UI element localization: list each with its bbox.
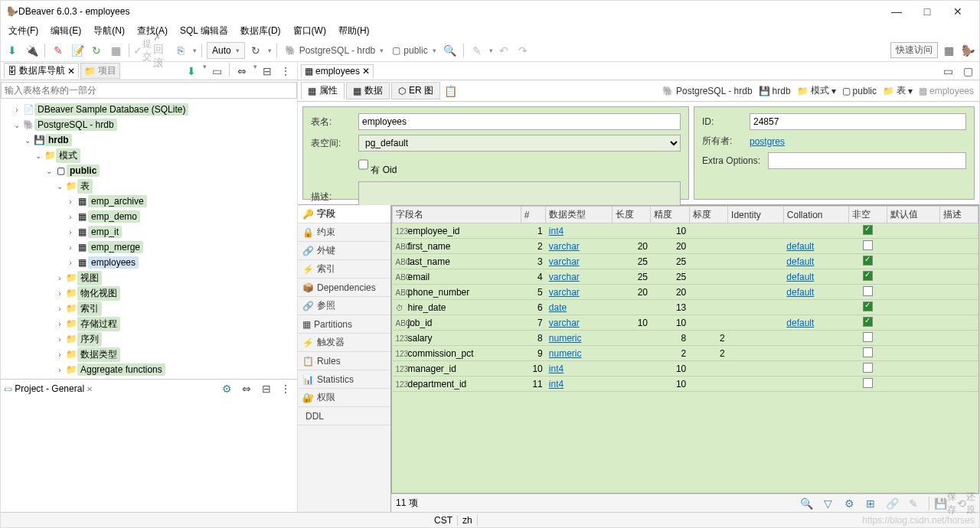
tree-node[interactable]: ›📁索引 xyxy=(1,301,297,316)
col-header[interactable]: 描述 xyxy=(939,207,978,223)
new-conn2-icon[interactable]: 🔌 xyxy=(23,42,40,59)
txn-icon[interactable]: ⎘ xyxy=(172,42,189,59)
table-row[interactable]: 123employee_id1int410 xyxy=(393,223,978,239)
input-extra[interactable] xyxy=(768,152,966,169)
proj-menu-icon[interactable]: ⋮ xyxy=(277,380,294,397)
menu-item[interactable]: 窗口(W) xyxy=(289,23,331,39)
col-header[interactable]: 非空 xyxy=(848,207,887,223)
nav-item[interactable]: 🔗参照 xyxy=(298,297,390,315)
col-header[interactable]: 标度 xyxy=(689,207,727,223)
nav-item[interactable]: ▦Partitions xyxy=(298,315,390,334)
tree-node[interactable]: ›📁视图 xyxy=(1,270,297,285)
col-header[interactable]: 默认值 xyxy=(887,207,940,223)
crumb-schema[interactable]: 📁 模式 ▾ xyxy=(795,84,838,97)
menu-item[interactable]: 帮助(H) xyxy=(334,23,374,39)
crumb-tables[interactable]: 📁 表 ▾ xyxy=(880,84,915,97)
nav-item[interactable]: 📋Rules xyxy=(298,352,390,370)
columns-table[interactable]: 字段名#数据类型长度精度标度IdentityCollation非空默认值描述 1… xyxy=(392,206,978,392)
conn-crumb[interactable]: 🐘PostgreSQL - hrdb▾ xyxy=(282,45,387,56)
script-icon[interactable]: ▦ xyxy=(107,42,124,59)
table-row[interactable]: ABClast_name3varchar2525default xyxy=(393,254,978,269)
nav-item[interactable]: DDL xyxy=(298,407,390,425)
table-row[interactable]: ABCphone_number5varchar2020default xyxy=(393,285,978,300)
search-icon[interactable]: 🔍 xyxy=(798,495,815,512)
tree-node[interactable]: ›📁数据类型 xyxy=(1,347,297,362)
nav-item[interactable]: 📦Dependencies xyxy=(298,279,390,297)
menu-item[interactable]: SQL 编辑器 xyxy=(175,23,233,39)
link-icon[interactable]: ⇔ xyxy=(234,63,250,80)
col-header[interactable]: Identity xyxy=(728,207,784,223)
filter-icon[interactable]: ▽ xyxy=(819,495,836,512)
crumb-public[interactable]: ▢ public xyxy=(840,86,879,96)
db-tree[interactable]: ›📄DBeaver Sample Database (SQLite)⌄🐘Post… xyxy=(1,100,297,379)
grid-icon[interactable]: ⊞ xyxy=(862,495,879,512)
tree-node[interactable]: ›▦emp_merge xyxy=(1,240,297,255)
menu-item[interactable]: 数据库(D) xyxy=(236,23,286,39)
col-header[interactable]: 精度 xyxy=(651,207,689,223)
table-row[interactable]: 123commission_pct9numeric22 xyxy=(393,346,978,361)
settings-icon[interactable]: ⚙ xyxy=(841,495,858,512)
recent-icon[interactable]: ↻ xyxy=(88,42,105,59)
nav-item[interactable]: 🔗外键 xyxy=(298,242,390,260)
subtab-properties[interactable]: ▦ 属性 xyxy=(301,82,345,99)
tab-db-navigator[interactable]: 🗄 数据库导航 ✕ xyxy=(4,63,79,79)
dbeaver-perspective-icon[interactable]: 🦫 xyxy=(959,42,976,59)
close-button[interactable]: ✕ xyxy=(942,5,973,18)
col-header[interactable]: 数据类型 xyxy=(546,207,612,223)
subtab-er[interactable]: ⬡ ER 图 xyxy=(391,82,440,99)
tree-node[interactable]: ⌄🐘PostgreSQL - hrdb xyxy=(1,117,297,132)
tree-node[interactable]: ›📄DBeaver Sample Database (SQLite) xyxy=(1,102,297,117)
tree-node[interactable]: ›📁物化视图 xyxy=(1,285,297,301)
table-row[interactable]: ABCemail4varchar2525default xyxy=(393,269,978,285)
project-panel-header[interactable]: ▭ Project - General ✕ ⚙ ⇔ ⊟ ⋮ xyxy=(1,379,297,397)
proj-collapse-icon[interactable]: ⊟ xyxy=(258,380,275,397)
tree-node[interactable]: ›📁序列 xyxy=(1,331,297,347)
db-crumb[interactable]: ▢ public▾ xyxy=(389,45,439,56)
table-row[interactable]: 123department_id11int410 xyxy=(393,376,978,392)
table-row[interactable]: ABCfirst_name2varchar2020default xyxy=(393,239,978,254)
rollback-icon[interactable]: ✗ 回滚 xyxy=(153,42,170,59)
link-col-icon[interactable]: 🔗 xyxy=(884,495,900,512)
crumb-db[interactable]: 💾 hrdb xyxy=(756,86,793,96)
sql-icon[interactable]: ✎ xyxy=(50,42,67,59)
autocommit-select[interactable]: Auto▾ xyxy=(207,42,245,59)
col-header[interactable]: Collation xyxy=(783,207,848,223)
proj-link-icon[interactable]: ⇔ xyxy=(238,380,255,397)
redo-icon[interactable]: ↷ xyxy=(514,42,531,59)
col-header[interactable]: 字段名 xyxy=(393,207,521,223)
refresh-icon[interactable]: ↻ xyxy=(247,42,264,59)
table-row[interactable]: ABCjob_id7varchar1010default xyxy=(393,315,978,331)
ed-min-icon[interactable]: ▭ xyxy=(939,63,956,80)
input-table-name[interactable] xyxy=(358,113,681,130)
ed-max-icon[interactable]: ▢ xyxy=(959,63,976,80)
subtab-more-icon[interactable]: 📋 xyxy=(442,83,459,99)
collapse-icon[interactable]: ⊟ xyxy=(259,63,276,80)
col-header[interactable]: 长度 xyxy=(612,207,651,223)
editor-tab-employees[interactable]: ▦ employees ✕ xyxy=(301,64,374,78)
maximize-button[interactable]: □ xyxy=(912,5,942,18)
link-owner[interactable]: postgres xyxy=(750,136,785,147)
proj-settings-icon[interactable]: ⚙ xyxy=(219,380,236,397)
tree-node[interactable]: ⌄📁表 xyxy=(1,178,297,194)
tree-node[interactable]: ›📁存储过程 xyxy=(1,316,297,331)
nav-item[interactable]: 📊Statistics xyxy=(298,370,390,389)
tree-node[interactable]: ⌄💾hrdb xyxy=(1,132,297,148)
new-icon[interactable]: ⬇ xyxy=(183,63,200,80)
menu-item[interactable]: 文件(F) xyxy=(4,23,43,39)
revert-button[interactable]: ⟲ 还原 xyxy=(958,495,975,512)
tree-node[interactable]: ›▦emp_it xyxy=(1,224,297,240)
input-id[interactable] xyxy=(750,113,966,130)
nav-item[interactable]: ⚡索引 xyxy=(298,260,390,279)
tree-node[interactable]: ⌄▢public xyxy=(1,163,297,178)
tree-filter-input[interactable] xyxy=(1,82,297,99)
table-row[interactable]: ⏱hire_date6date13 xyxy=(393,300,978,315)
db-settings-icon[interactable]: 🔍 xyxy=(442,42,459,59)
crumb-table[interactable]: ▦ employees xyxy=(916,86,976,96)
nav-item[interactable]: 🔒约束 xyxy=(298,223,390,242)
tree-node[interactable]: ›▦emp_archive xyxy=(1,194,297,209)
undo-icon[interactable]: ↶ xyxy=(495,42,512,59)
menu-icon[interactable]: ⋮ xyxy=(277,63,294,80)
select-tablespace[interactable]: pg_default xyxy=(358,135,681,152)
nav-item[interactable]: ⚡触发器 xyxy=(298,334,390,352)
tree-node[interactable]: ›📁Aggregate functions xyxy=(1,362,297,377)
